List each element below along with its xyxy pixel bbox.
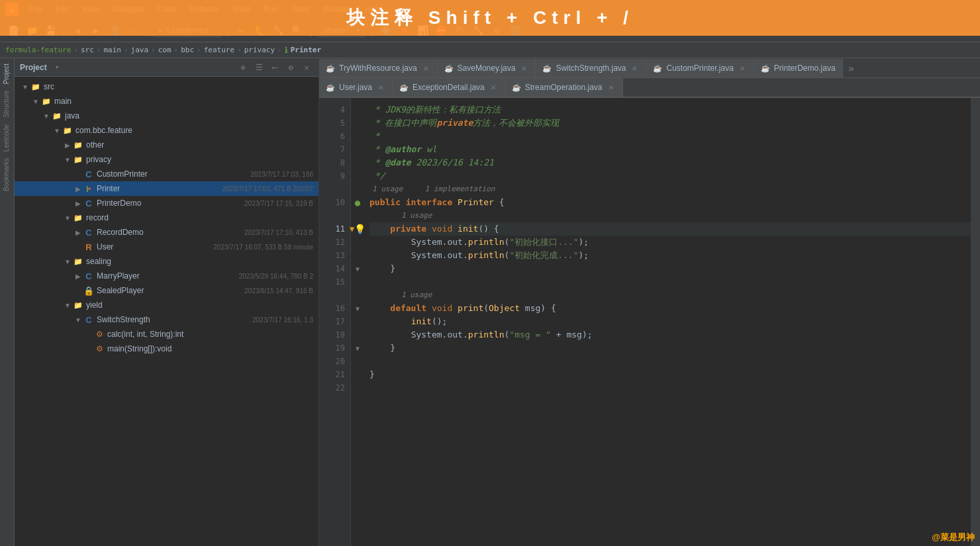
tab-switchstrength[interactable]: ☕ SwitchStrength.java ✕ (536, 59, 646, 77)
panel-dropdown-arrow[interactable]: ▾ (55, 63, 60, 71)
tree-arrow-java[interactable]: ▼ (41, 111, 52, 121)
tree-item-recorddemo[interactable]: ▶ C RecordDemo 2023/7/17 17:10, 413 B (15, 225, 318, 240)
tree-item-src[interactable]: ▼ 📁 src (15, 79, 318, 94)
menu-window[interactable]: Window (318, 3, 357, 15)
tree-item-java[interactable]: ▼ 📁 java (15, 109, 318, 123)
menu-file[interactable]: File (24, 3, 47, 15)
menu-edit[interactable]: Edit (50, 3, 74, 15)
tab-close-streamoperation[interactable]: ✕ (607, 83, 616, 92)
tree-item-main-method[interactable]: ⚙ main(String[]):void (15, 341, 318, 356)
menu-navigate[interactable]: Navigate (107, 3, 149, 15)
breadcrumb-com[interactable]: com (158, 46, 172, 54)
toolbar-open-btn[interactable]: 📁 (24, 23, 40, 38)
breadcrumb-src[interactable]: src (81, 46, 94, 54)
toolbar-monitor-btn[interactable]: 📊 (415, 23, 430, 38)
breadcrumb-feature[interactable]: feature (204, 46, 234, 54)
menu-code[interactable]: Code (152, 3, 181, 15)
tree-item-sealing[interactable]: ▼ 📁 sealing (15, 254, 318, 269)
tab-printerdemo[interactable]: ☕ PrinterDemo.java (754, 59, 843, 77)
tree-item-switchstrength[interactable]: ▼ C SwitchStrength 2023/7/17 16:16, 1.3 (15, 312, 318, 327)
tree-arrow-switchstrength[interactable]: ▼ (73, 314, 83, 325)
tab-savemoney[interactable]: ☕ SaveMoney.java ✕ (438, 59, 536, 77)
vert-tab-bookmarks[interactable]: Bookmarks (1, 156, 13, 194)
vert-tab-structure[interactable]: Structure (1, 88, 13, 120)
vert-tab-leetcode[interactable]: Leetcode (1, 122, 13, 154)
panel-close-btn[interactable]: ✕ (300, 61, 313, 74)
toolbar-plugin2-btn[interactable]: 🔧 (470, 23, 486, 38)
panel-sort-btn[interactable]: ⟵ (268, 61, 281, 74)
tree-arrow-src[interactable]: ▼ (20, 81, 30, 92)
toolbar-plugin3-btn[interactable]: ⚙ (489, 23, 505, 38)
tree-item-other[interactable]: ▶ 📁 other (15, 138, 318, 152)
toolbar-back-btn[interactable]: ◀ (70, 23, 85, 38)
panel-locate-btn[interactable]: ⊕ (236, 61, 250, 74)
tab-close-switchstrength[interactable]: ✕ (630, 64, 639, 73)
tab-overflow[interactable]: » (843, 59, 860, 77)
tree-arrow-printer[interactable]: ▶ (73, 183, 83, 194)
tree-item-calc[interactable]: ⚙ calc(int, int, String):int (15, 327, 318, 341)
toolbar-profile-btn[interactable]: 🔷 (377, 23, 393, 38)
toolbar-stop-btn[interactable]: ⏹ (396, 23, 412, 38)
tree-arrow-printerdemo[interactable]: ▶ (73, 198, 83, 208)
tree-arrow-com[interactable]: ▼ (52, 125, 62, 136)
tab-exceptiondetail[interactable]: ☕ ExceptionDetail.java ✕ (393, 78, 505, 97)
toolbar-save-btn[interactable]: 💾 (42, 23, 58, 38)
menu-help[interactable]: Help (360, 3, 387, 15)
toolbar-search-btn[interactable]: 🔍 (289, 23, 305, 38)
toolbar-config-dropdown[interactable]: ▶ SaveMoney ▾ (152, 24, 222, 37)
menu-build[interactable]: Build (227, 3, 256, 15)
code-area[interactable]: * JDK9的新特性：私有接口方法 * 在接口中声明private方法，不会被外… (364, 98, 971, 546)
toolbar-block-btn[interactable]: ⛔ (433, 23, 449, 38)
breadcrumb-java[interactable]: java (131, 46, 149, 54)
tree-arrow-sealing[interactable]: ▼ (62, 256, 73, 267)
tree-arrow-marryplayer[interactable]: ▶ (73, 271, 83, 281)
tab-customprinter[interactable]: ☕ CustomPrinter.java ✕ (646, 59, 754, 77)
tree-arrow-other[interactable]: ▶ (62, 140, 73, 150)
panel-settings-btn[interactable]: ⚙ (284, 61, 297, 74)
breadcrumb-root[interactable]: formula-feature (5, 46, 71, 54)
tab-close-savemoney[interactable]: ✕ (519, 64, 528, 73)
toolbar-translate-btn[interactable]: 🌐 (507, 23, 523, 38)
tree-item-printer[interactable]: ▶ I ● Printer 2023/7/17 17:03, 471 B 202… (15, 181, 318, 196)
breadcrumb-privacy[interactable]: privacy (244, 46, 275, 54)
tab-close-user[interactable]: ✕ (376, 83, 385, 92)
tree-arrow-privacy[interactable]: ▼ (62, 154, 73, 165)
tree-item-customprinter[interactable]: C CustomPrinter 2023/7/17 17:03, 166 (15, 167, 318, 181)
toolbar-forward-btn[interactable]: ▶ (88, 23, 104, 38)
toolbar-new-btn[interactable]: 📄 (5, 23, 21, 38)
tab-user[interactable]: ☕ User.java ✕ (319, 78, 393, 97)
toolbar-undo-btn[interactable]: ↩ (125, 23, 141, 38)
toolbar-plugin1-btn[interactable]: 🔌 (452, 23, 467, 38)
toolbar-jrebel-dropdown[interactable]: JRebel ▾ (317, 24, 367, 37)
tab-close-customprinter[interactable]: ✕ (738, 64, 747, 73)
breadcrumb-bbc[interactable]: bbc (181, 46, 194, 54)
tree-item-main[interactable]: ▼ 📁 main (15, 94, 318, 109)
menu-tools[interactable]: Tools (286, 3, 315, 15)
tree-item-user[interactable]: R User 2023/7/17 16:07, 533 B 58 minute (15, 240, 318, 254)
menu-view[interactable]: View (77, 3, 105, 15)
tree-item-privacy[interactable]: ▼ 📁 privacy (15, 152, 318, 167)
tab-trywithresource[interactable]: ☕ TryWithResource.java ✕ (319, 59, 438, 77)
tree-item-marryplayer[interactable]: ▶ C MarryPlayer 2023/5/29 16:44, 780 B 2 (15, 269, 318, 283)
toolbar-debug-btn[interactable]: 🐛 (252, 23, 268, 38)
tree-arrow-record[interactable]: ▼ (62, 212, 73, 223)
tree-item-sealedplayer[interactable]: 🔒 SealedPlayer 2023/6/15 14:47, 916 B (15, 283, 318, 298)
toolbar-run2-btn[interactable]: 🔧 (271, 23, 287, 38)
panel-collapse-btn[interactable]: ☰ (252, 61, 266, 74)
tree-arrow-yield[interactable]: ▼ (62, 300, 73, 310)
tab-close-exceptiondetail[interactable]: ✕ (489, 83, 498, 92)
vert-tab-project[interactable]: Project (1, 61, 13, 87)
menu-run[interactable]: Run (258, 3, 283, 15)
tree-item-com-bbc-feature[interactable]: ▼ 📁 com.bbc.feature (15, 123, 318, 138)
tree-arrow-main[interactable]: ▼ (30, 96, 41, 107)
tree-item-printerdemo[interactable]: ▶ C PrinterDemo 2023/7/17 17:15, 319 B (15, 196, 318, 210)
toolbar-run-btn[interactable]: ▶ (234, 23, 250, 38)
tab-close-trywithresource[interactable]: ✕ (421, 64, 430, 73)
tree-arrow-recorddemo[interactable]: ▶ (73, 227, 83, 238)
tree-item-record[interactable]: ▼ 📁 record (15, 210, 318, 225)
tab-streamoperation[interactable]: ☕ StreamOperation.java ✕ (505, 78, 623, 97)
tree-item-yield[interactable]: ▼ 📁 yield (15, 298, 318, 312)
breadcrumb-main[interactable]: main (103, 46, 121, 54)
toolbar-user-btn[interactable]: 👤 (107, 23, 122, 38)
gutter-10[interactable]: ● (351, 196, 364, 209)
